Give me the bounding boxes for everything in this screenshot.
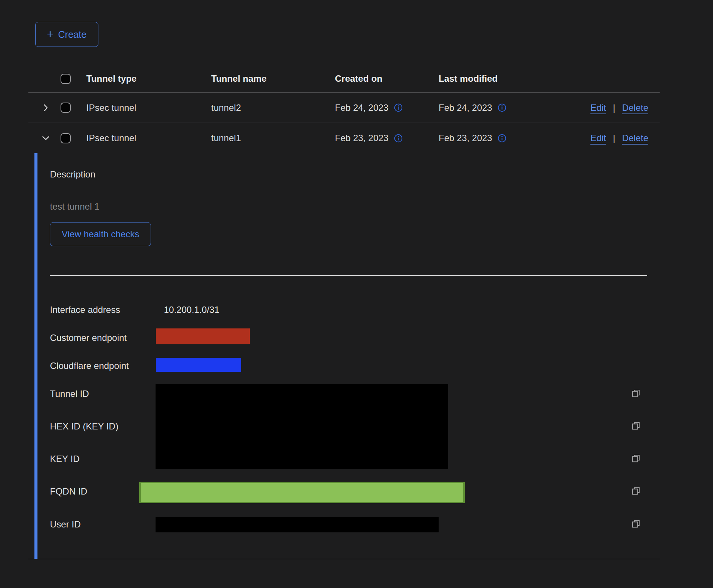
table-header-row: Tunnel type Tunnel name Created on Last … (28, 65, 660, 93)
select-all-checkbox[interactable] (61, 74, 71, 84)
tunnel-type-value: IPsec tunnel (86, 133, 211, 143)
expanded-row-indicator-bar (34, 153, 37, 559)
created-on-cell: Feb 23, 2023 (335, 133, 439, 143)
copy-icon[interactable] (629, 420, 642, 432)
chevron-down-icon[interactable] (41, 133, 51, 143)
user-id-redaction (156, 517, 439, 532)
interface-address-label: Interface address (50, 305, 120, 315)
hex-id-label: HEX ID (KEY ID) (50, 421, 118, 432)
action-separator: | (613, 103, 615, 113)
row-actions: Edit | Delete (590, 103, 660, 113)
edit-link[interactable]: Edit (590, 103, 606, 113)
description-value: test tunnel 1 (50, 201, 100, 212)
key-id-label: KEY ID (50, 454, 79, 464)
fqdn-id-redaction (139, 482, 465, 503)
table-row: IPsec tunnel tunnel1 Feb 23, 2023 Feb 23… (28, 123, 660, 153)
ids-redaction (156, 384, 448, 469)
cloudflare-endpoint-redaction (156, 358, 241, 372)
tunnels-table: Tunnel type Tunnel name Created on Last … (28, 65, 660, 559)
last-modified-cell: Feb 23, 2023 (439, 133, 566, 143)
tunnel-detail-panel: Description test tunnel 1 View health ch… (28, 153, 660, 559)
copy-icon[interactable] (629, 518, 642, 530)
created-on-value: Feb 24, 2023 (335, 103, 388, 113)
created-on-cell: Feb 24, 2023 (335, 103, 439, 113)
fqdn-id-label: FQDN ID (50, 486, 87, 497)
edit-link[interactable]: Edit (590, 133, 606, 143)
view-health-checks-button[interactable]: View health checks (50, 222, 151, 246)
last-modified-cell: Feb 24, 2023 (439, 103, 566, 113)
tunnel-name-value: tunnel1 (211, 133, 335, 143)
info-icon[interactable] (394, 103, 403, 112)
create-button-label: Create (58, 29, 87, 40)
tunnel-name-value: tunnel2 (211, 103, 335, 113)
delete-link[interactable]: Delete (622, 103, 648, 113)
last-modified-value: Feb 23, 2023 (439, 133, 492, 143)
created-on-value: Feb 23, 2023 (335, 133, 388, 143)
tunnel-id-label: Tunnel ID (50, 389, 89, 399)
copy-icon[interactable] (629, 452, 642, 465)
header-tunnel-name: Tunnel name (211, 73, 335, 84)
create-button[interactable]: + Create (35, 22, 98, 47)
cloudflare-endpoint-label: Cloudflare endpoint (50, 361, 129, 371)
row-actions: Edit | Delete (590, 133, 660, 143)
info-icon[interactable] (498, 134, 506, 143)
tunnel-type-value: IPsec tunnel (86, 103, 211, 113)
interface-address-value: 10.200.1.0/31 (164, 305, 220, 315)
last-modified-value: Feb 24, 2023 (439, 103, 492, 113)
tunnels-page: + Create Tunnel type Tunnel name Created… (0, 0, 713, 588)
row-checkbox[interactable] (61, 133, 71, 143)
action-separator: | (613, 133, 615, 143)
copy-icon[interactable] (629, 485, 642, 498)
header-last-modified: Last modified (439, 73, 566, 84)
header-tunnel-type: Tunnel type (86, 73, 211, 84)
customer-endpoint-redaction (156, 328, 250, 344)
info-icon[interactable] (498, 103, 506, 112)
section-divider (50, 275, 647, 276)
copy-icon[interactable] (629, 387, 642, 400)
delete-link[interactable]: Delete (622, 133, 648, 143)
description-label: Description (50, 169, 95, 180)
plus-icon: + (47, 28, 54, 40)
user-id-label: User ID (50, 519, 81, 530)
customer-endpoint-label: Customer endpoint (50, 333, 127, 343)
table-row: IPsec tunnel tunnel2 Feb 24, 2023 Feb 24… (28, 93, 660, 123)
row-checkbox[interactable] (61, 103, 71, 113)
chevron-right-icon[interactable] (41, 103, 51, 113)
info-icon[interactable] (394, 134, 403, 143)
header-created-on: Created on (335, 73, 439, 84)
